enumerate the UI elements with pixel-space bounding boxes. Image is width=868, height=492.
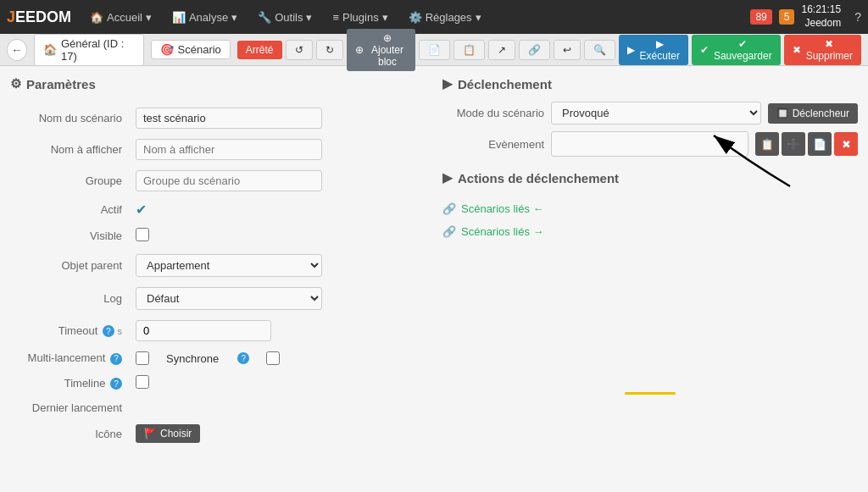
timeline-label: Timeline [64, 377, 106, 390]
parent-object-select[interactable]: Appartement [136, 254, 322, 277]
timeout-input[interactable] [136, 320, 271, 341]
nav-reglages[interactable]: ⚙️ Réglages ▾ [400, 8, 490, 27]
redo-button[interactable]: ↻ [316, 40, 343, 60]
logo-j: J [7, 8, 15, 26]
left-panel: ⚙ Paramètres Nom du scénario Nom à affic… [10, 76, 426, 492]
nav-right: 89 5 16:21:15 Jeedom ? [750, 3, 861, 30]
display-name-label: Nom à afficher [51, 143, 122, 156]
log-select[interactable]: Défaut [136, 287, 322, 310]
logo-eedom: EEDOM [15, 8, 71, 26]
nav-accueil[interactable]: 🏠 Accueil ▾ [81, 8, 160, 27]
active-row: Actif ✔ [12, 197, 424, 222]
multi-launch-label: Multi-lancement [28, 351, 106, 364]
chevron-down-icon: ▾ [146, 11, 152, 24]
active-label: Actif [101, 203, 122, 216]
link-out-icon: 🔗 [442, 225, 456, 238]
multi-launch-help-icon[interactable]: ? [110, 353, 122, 365]
nav-plugins[interactable]: ≡ Plugins ▾ [324, 8, 396, 27]
stopped-badge: Arrêté [237, 41, 282, 59]
event-row: Evènement 📋 ➕ 📄 ✖ [442, 131, 858, 157]
event-icon-copy[interactable]: 📋 [755, 132, 779, 156]
nav-outils-label: Outils [275, 11, 303, 24]
export-button[interactable]: ↗ [488, 40, 515, 60]
scenarios-out-link[interactable]: 🔗 Scénarios liés → [442, 225, 858, 238]
scenario-name-input[interactable] [136, 108, 322, 129]
copy-button[interactable]: 📄 [419, 40, 450, 60]
link-button[interactable]: 🔗 [519, 40, 550, 60]
timeout-unit: s [118, 326, 123, 336]
visible-label: Visible [90, 229, 122, 242]
choose-icon-button[interactable]: 🚩 Choisir [136, 424, 200, 443]
trigger-section: ▶ Déclenchement Mode du scénario Provoqu… [442, 76, 858, 157]
parent-object-row: Objet parent Appartement [12, 250, 424, 281]
help-icon[interactable]: ? [854, 10, 861, 24]
event-icon-doc[interactable]: 📄 [808, 132, 832, 156]
nav-items: 🏠 Accueil ▾ 📊 Analyse ▾ 🔧 Outils ▾ ≡ Plu… [81, 8, 750, 27]
save-button[interactable]: ✔ ✔ Sauvegarder [692, 35, 781, 65]
sync-help-icon[interactable]: ? [237, 352, 249, 364]
right-panel: ▶ Déclenchement Mode du scénario Provoqu… [442, 76, 858, 492]
timeout-help-icon[interactable]: ? [103, 325, 114, 337]
last-launch-row: Dernier lancement [12, 397, 424, 418]
timeline-checkbox[interactable] [136, 375, 149, 389]
visible-checkbox[interactable] [136, 228, 149, 241]
display-name-row: Nom à afficher [12, 135, 424, 164]
actions-section: ▶ Actions de déclenchement [442, 170, 858, 185]
breadcrumb-general[interactable]: 🏠 Général (ID : 17) [34, 34, 144, 66]
scenario-mode-select[interactable]: Provoqué [551, 102, 761, 124]
app-logo[interactable]: J EEDOM [7, 8, 71, 26]
undo-button[interactable]: ↺ [286, 40, 313, 60]
link-in-icon: 🔗 [442, 202, 456, 215]
parameters-title: ⚙ Paramètres [10, 76, 426, 91]
event-icon-remove[interactable]: ✖ [834, 132, 858, 156]
scenarios-section: 🔗 Scénarios liés ← 🔗 Scénarios liés → [442, 202, 858, 238]
choose-btn-label: Choisir [160, 428, 192, 439]
trigger-title-text: Déclenchement [458, 77, 552, 91]
trigger-section-title: ▶ Déclenchement [442, 76, 858, 91]
event-icon-add[interactable]: ➕ [782, 132, 805, 156]
chevron-down-icon-3: ▾ [306, 11, 312, 24]
display-name-input[interactable] [136, 139, 322, 160]
nav-reglages-label: Réglages [426, 11, 472, 24]
badge-warnings[interactable]: 5 [779, 9, 795, 25]
trigger-button[interactable]: 🔲 Déclencheur [768, 103, 858, 124]
trigger-btn-label: Déclencheur [793, 108, 849, 119]
multi-launch-checkbox[interactable] [136, 351, 149, 365]
home-breadcrumb-icon: 🏠 [43, 43, 57, 56]
history-button[interactable]: ↩ [554, 40, 581, 60]
event-input[interactable] [551, 131, 748, 157]
back-button[interactable]: ← [7, 39, 27, 61]
execute-label: ▶ Exécuter [640, 38, 680, 62]
timeout-label: Timeout [58, 324, 97, 337]
nav-outils[interactable]: 🔧 Outils ▾ [249, 8, 320, 27]
execute-button[interactable]: ▶ ▶ Exécuter [619, 35, 688, 65]
settings-icon: ⚙️ [409, 11, 422, 24]
delete-button[interactable]: ✖ ✖ Supprimer [784, 35, 861, 65]
group-input[interactable] [136, 170, 322, 191]
scenarios-in-link[interactable]: 🔗 Scénarios liés ← [442, 202, 858, 215]
sync-checkbox[interactable] [266, 351, 280, 365]
add-block-icon: ⊕ [355, 44, 364, 56]
analyse-icon: 📊 [172, 11, 186, 24]
tools-icon: 🔧 [258, 11, 271, 24]
badge-alerts[interactable]: 89 [750, 9, 771, 25]
execute-icon: ▶ [627, 44, 635, 56]
timeline-help-icon[interactable]: ? [110, 378, 122, 390]
add-block-button[interactable]: ⊕ ⊕ Ajouter bloc [347, 29, 415, 71]
breadcrumb-scenario[interactable]: 🎯 Scénario [151, 40, 231, 59]
nav-analyse[interactable]: 📊 Analyse ▾ [164, 8, 246, 27]
save-label: ✔ Sauvegarder [714, 38, 772, 62]
plugins-icon: ≡ [332, 11, 339, 24]
breadcrumb-general-label: Général (ID : 17) [61, 37, 135, 63]
active-checkbox[interactable]: ✔ [136, 202, 147, 217]
delete-icon: ✖ [793, 44, 801, 56]
chevron-down-icon-5: ▾ [476, 11, 481, 24]
scenario-breadcrumb-icon: 🎯 [160, 43, 174, 56]
paste-button[interactable]: 📋 [453, 40, 485, 60]
actions-section-icon: ▶ [442, 170, 453, 185]
event-icons: 📋 ➕ 📄 ✖ [755, 132, 858, 156]
scenarios-in-label: Scénarios liés ← [461, 202, 544, 215]
scenario-name-row: Nom du scénario [12, 103, 424, 133]
parent-object-label: Objet parent [61, 259, 122, 272]
search-button[interactable]: 🔍 [584, 40, 615, 60]
